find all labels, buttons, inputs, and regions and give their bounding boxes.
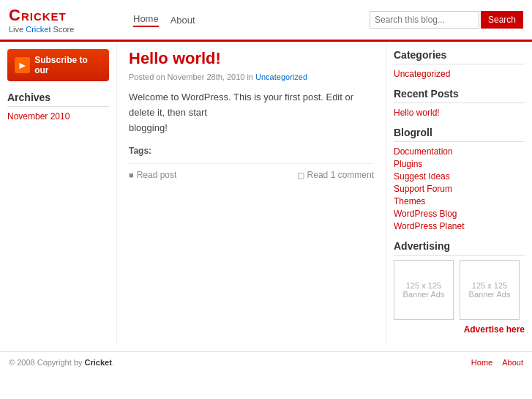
comment-icon: ▢ xyxy=(297,171,304,180)
site-sub-suffix: Score xyxy=(50,25,74,34)
recent-post-hello-world[interactable]: Hello world! xyxy=(394,108,525,118)
blogroll-title: Blogroll xyxy=(394,127,525,142)
category-uncategorized[interactable]: Uncategorized xyxy=(394,69,525,79)
categories-title: Categories xyxy=(394,49,525,64)
footer-copyright: © 2008 Copyright by Cricket. xyxy=(9,358,114,367)
footer: © 2008 Copyright by Cricket. Home About xyxy=(0,351,532,373)
read-post-label: Read post xyxy=(137,170,177,180)
main-content: Hello world! Posted on November 28th, 20… xyxy=(117,42,386,344)
blogroll-suggest-ideas[interactable]: Suggest Ideas xyxy=(394,171,525,182)
site-title-area: Cricket Live Cricket Score xyxy=(9,6,126,34)
blogroll-wordpress-planet[interactable]: WordPress Planet xyxy=(394,221,525,231)
header: Cricket Live Cricket Score Home About Se… xyxy=(0,0,532,42)
post-meta-prefix: Posted on November 28th, 2010 in xyxy=(129,72,255,81)
nav-home[interactable]: Home xyxy=(133,13,159,27)
footer-period: . xyxy=(112,358,114,367)
post-footer: ■ Read post ▢ Read 1 comment xyxy=(129,163,374,180)
advertising-title: Advertising xyxy=(394,240,525,256)
read-post-link[interactable]: ■ Read post xyxy=(129,170,176,180)
post-body-line1: Welcome to WordPress. This is your first… xyxy=(129,92,353,118)
rss-icon: ► xyxy=(15,57,30,73)
footer-nav-home[interactable]: Home xyxy=(471,358,492,367)
sidebar-left: ► Subscribe to our Archives November 201… xyxy=(0,42,117,344)
read-comment-link[interactable]: ▢ Read 1 comment xyxy=(297,170,374,180)
footer-nav: Home About xyxy=(464,358,523,367)
site-sub-prefix: Live xyxy=(9,25,26,34)
search-area: Search xyxy=(370,11,523,29)
recent-posts-title: Recent Posts xyxy=(394,88,525,103)
read-comment-label: Read 1 comment xyxy=(307,170,374,180)
blogroll-wordpress-blog[interactable]: WordPress Blog xyxy=(394,209,525,219)
site-sub-link[interactable]: Cricket xyxy=(26,25,50,34)
site-subtitle: Live Cricket Score xyxy=(9,25,126,34)
blogroll-plugins[interactable]: Plugins xyxy=(394,159,525,169)
blogroll-themes[interactable]: Themes xyxy=(394,196,525,206)
post-tags: Tags: xyxy=(129,146,374,156)
ad-boxes: 125 x 125 Banner Ads 125 x 125 Banner Ad… xyxy=(394,260,525,320)
subscribe-button[interactable]: ► Subscribe to our xyxy=(7,49,109,81)
search-input[interactable] xyxy=(370,11,479,29)
advertise-link[interactable]: Advertise here xyxy=(394,324,525,335)
post-category-link[interactable]: Uncategorized xyxy=(255,72,307,81)
tags-label: Tags: xyxy=(129,146,151,156)
blogroll-support-forum[interactable]: Support Forum xyxy=(394,184,525,194)
page-wrapper: ► Subscribe to our Archives November 201… xyxy=(0,42,532,344)
subscribe-label: Subscribe to our xyxy=(34,55,102,75)
search-button[interactable]: Search xyxy=(481,11,523,29)
post-body: Welcome to WordPress. This is your first… xyxy=(129,90,374,135)
nav-area: Home About xyxy=(126,13,370,27)
sidebar-right: Categories Uncategorized Recent Posts He… xyxy=(386,42,532,344)
archive-nov-2010[interactable]: November 2010 xyxy=(7,111,109,122)
footer-brand: Cricket xyxy=(85,358,112,367)
ad-box-1[interactable]: 125 x 125 Banner Ads xyxy=(394,260,454,320)
nav-about[interactable]: About xyxy=(171,15,195,26)
read-post-icon: ■ xyxy=(129,171,134,179)
blogroll-documentation[interactable]: Documentation xyxy=(394,146,525,157)
footer-copyright-text: © 2008 Copyright by xyxy=(9,358,85,367)
post-meta: Posted on November 28th, 2010 in Uncateg… xyxy=(129,72,374,81)
site-name: Cricket xyxy=(9,6,126,25)
post-title: Hello world! xyxy=(129,49,374,68)
archives-title: Archives xyxy=(7,92,109,107)
ad-box-2[interactable]: 125 x 125 Banner Ads xyxy=(460,260,520,320)
footer-nav-about[interactable]: About xyxy=(502,358,523,367)
post-body-line2: blogging! xyxy=(129,122,168,133)
